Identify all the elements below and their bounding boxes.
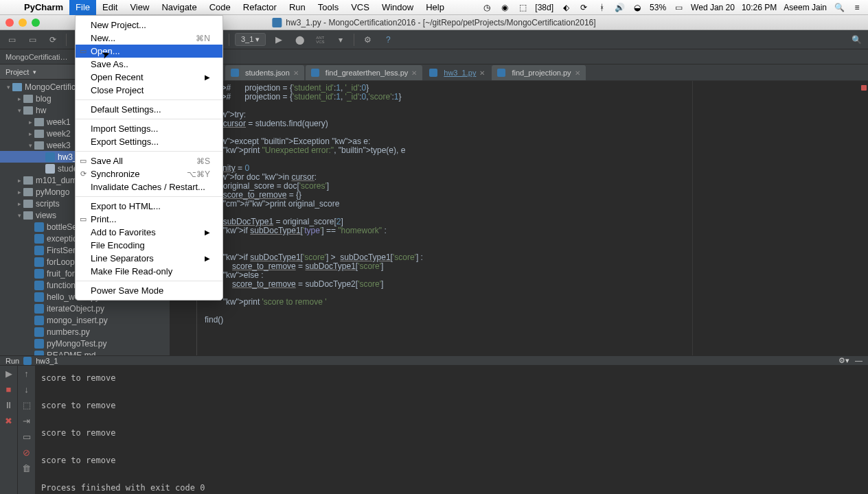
vcs-icon[interactable]: ▾ (333, 32, 348, 47)
notifications-icon[interactable]: ≡ (852, 2, 863, 13)
tab-close-icon[interactable]: ✕ (479, 69, 485, 77)
menu-code[interactable]: Code (203, 0, 237, 15)
file-menu-item[interactable]: Save As.. (76, 58, 222, 71)
status-icon-2[interactable]: ◉ (499, 2, 510, 13)
menu-refactor[interactable]: Refactor (237, 0, 283, 15)
python-run-icon (23, 357, 32, 365)
folder-icon (34, 130, 44, 138)
menu-tools[interactable]: Tools (312, 0, 345, 15)
soft-wrap-icon[interactable]: ⬚ (23, 400, 31, 410)
py-icon (45, 152, 55, 162)
file-menu-item[interactable]: ▭Save All⌘S (76, 154, 222, 167)
file-menu-item[interactable]: Default Settings... (76, 103, 222, 116)
folder-icon (23, 200, 33, 208)
tree-row[interactable]: mongo_insert.py (0, 314, 170, 326)
trash-icon[interactable]: 🗑 (22, 463, 31, 473)
menu-run[interactable]: Run (283, 0, 312, 15)
date[interactable]: Wed Jan 20 (691, 3, 735, 12)
spotlight-icon[interactable]: 🔍 (834, 2, 845, 13)
tree-row[interactable]: pyMongoTest.py (0, 338, 170, 349)
print-run-icon[interactable]: ▭ (23, 432, 31, 442)
json-icon (45, 164, 55, 174)
menu-help[interactable]: Help (420, 0, 450, 15)
app-name[interactable]: PyCharm (18, 0, 69, 15)
py-icon (34, 327, 44, 337)
file-menu-item[interactable]: ▭Print... (76, 213, 222, 226)
bluetooth-icon[interactable]: ᚼ (596, 2, 607, 13)
menu-file[interactable]: File (69, 0, 96, 15)
time[interactable]: 10:26 PM (742, 3, 777, 12)
editor-tab[interactable]: find_projection.py✕ (492, 65, 585, 80)
file-menu-item[interactable]: ▭Open... (76, 45, 222, 58)
folder-icon (23, 188, 33, 196)
menu-edit[interactable]: Edit (96, 0, 124, 15)
menu-window[interactable]: Window (376, 0, 420, 15)
clear-icon[interactable]: ⊘ (23, 447, 30, 458)
down-icon[interactable]: ↓ (24, 384, 29, 395)
battery-icon[interactable]: ▭ (673, 2, 684, 13)
close-run-icon[interactable]: ✖ (5, 416, 12, 426)
volume-icon[interactable]: 🔊 (614, 2, 625, 13)
refresh-icon[interactable]: ⟳ (45, 32, 60, 47)
up-icon[interactable]: ↑ (24, 368, 29, 379)
help-icon[interactable]: ? (380, 32, 396, 47)
file-menu-item[interactable]: ⟳Synchronize⌥⌘Y (76, 167, 222, 180)
file-menu-item[interactable]: Close Project (76, 84, 222, 97)
apple-logo-icon[interactable] (5, 0, 18, 15)
dropbox-icon[interactable]: ⬖ (560, 2, 571, 13)
py-icon (34, 292, 44, 302)
run-settings-icon[interactable]: ⚙▾ (838, 356, 849, 365)
status-icon-3[interactable]: ⬚ (517, 2, 528, 13)
editor-tab[interactable]: hw3_1.py✕ (424, 65, 490, 80)
file-menu-item[interactable]: Invalidate Caches / Restart... (76, 180, 222, 193)
save-all-icon[interactable]: ▭ (25, 32, 40, 47)
tree-row[interactable]: README.md (0, 349, 170, 355)
file-menu-item[interactable]: Line Separators▶ (76, 252, 222, 265)
file-menu-item[interactable]: Export Settings... (76, 135, 222, 148)
settings-icon[interactable]: ⚙ (360, 32, 375, 47)
run-button-icon[interactable]: ▶ (271, 32, 286, 47)
editor-tab[interactable]: students.json✕ (225, 65, 304, 80)
battery-percent: 53% (650, 3, 666, 12)
file-menu-item[interactable]: Open Recent▶ (76, 71, 222, 84)
tree-row[interactable]: numbers.py (0, 326, 170, 338)
tab-close-icon[interactable]: ✕ (411, 69, 417, 77)
menu-view[interactable]: View (124, 0, 155, 15)
run-hide-icon[interactable]: — (855, 356, 863, 365)
stop-icon[interactable]: ANTVCS (312, 32, 328, 47)
file-menu-item[interactable]: New Project... (76, 19, 222, 32)
debug-button-icon[interactable]: ⬤ (292, 32, 307, 47)
wifi-icon[interactable]: ◒ (632, 2, 643, 13)
run-config-select[interactable]: 3_1 ▾ (235, 33, 266, 46)
rerun-icon[interactable]: ▶ (5, 368, 12, 379)
breadcrumb-item[interactable]: MongoCertificati… (5, 53, 67, 61)
stop-run-icon[interactable]: ■ (6, 384, 12, 395)
tree-row[interactable]: iterateObject.py (0, 303, 170, 314)
code-area[interactable]: "cm"># projection = {'student_id':1, '_i… (170, 81, 868, 355)
file-menu-item[interactable]: File Encoding (76, 239, 222, 252)
tab-close-icon[interactable]: ✕ (575, 69, 580, 77)
sync-icon[interactable]: ⟳ (578, 2, 589, 13)
pause-icon[interactable]: ⏸ (4, 400, 13, 410)
file-menu-item[interactable]: New...⌘N (76, 32, 222, 45)
py-icon (34, 316, 44, 325)
search-everywhere-icon[interactable]: 🔍 (849, 32, 864, 47)
file-menu-item[interactable]: Make File Read-only (76, 265, 222, 278)
console-output[interactable]: score to remove score to remove score to… (36, 366, 868, 494)
file-menu-item[interactable]: Add to Favorites▶ (76, 226, 222, 239)
scroll-end-icon[interactable]: ⇥ (23, 416, 30, 426)
window-maximize-button[interactable] (32, 19, 40, 27)
status-icon-1[interactable]: ◷ (481, 2, 492, 13)
file-menu-item[interactable]: Export to HTML... (76, 200, 222, 213)
window-minimize-button[interactable] (19, 19, 27, 27)
window-close-button[interactable] (5, 19, 14, 27)
tab-close-icon[interactable]: ✕ (293, 69, 299, 77)
editor-tab[interactable]: find_greaterthen_less.py✕ (306, 65, 422, 80)
run-label[interactable]: Run (5, 357, 19, 365)
open-icon[interactable]: ▭ (4, 32, 19, 47)
file-menu-item[interactable]: Import Settings... (76, 122, 222, 135)
file-menu-item[interactable]: Power Save Mode (76, 284, 222, 297)
menu-navigate[interactable]: Navigate (155, 0, 203, 15)
menu-vcs[interactable]: VCS (345, 0, 376, 15)
username[interactable]: Aseem Jain (784, 3, 827, 12)
